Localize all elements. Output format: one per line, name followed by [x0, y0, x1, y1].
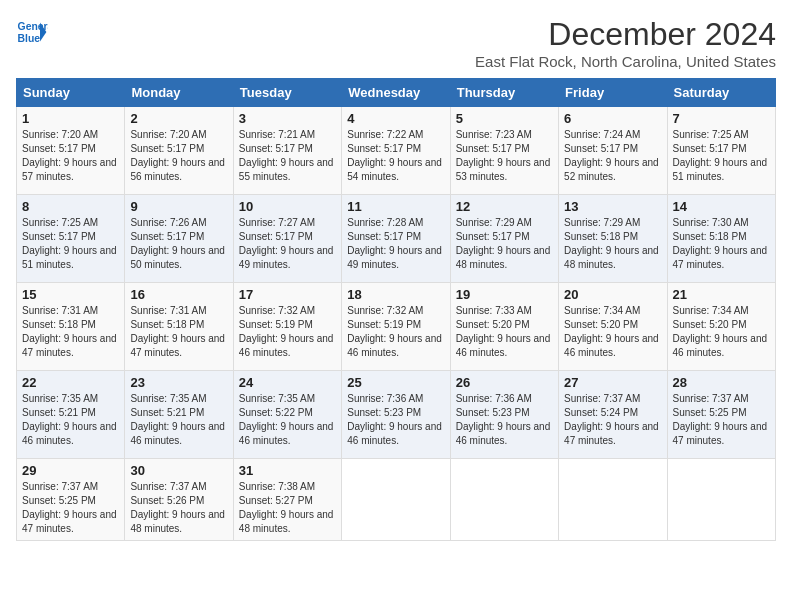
calendar-cell: 6Sunrise: 7:24 AMSunset: 5:17 PMDaylight… [559, 107, 667, 195]
day-number: 7 [673, 111, 770, 126]
day-info: Sunrise: 7:27 AMSunset: 5:17 PMDaylight:… [239, 216, 336, 272]
calendar-cell: 25Sunrise: 7:36 AMSunset: 5:23 PMDayligh… [342, 371, 450, 459]
day-info: Sunrise: 7:31 AMSunset: 5:18 PMDaylight:… [130, 304, 227, 360]
day-number: 22 [22, 375, 119, 390]
day-number: 10 [239, 199, 336, 214]
day-info: Sunrise: 7:37 AMSunset: 5:24 PMDaylight:… [564, 392, 661, 448]
calendar-cell: 14Sunrise: 7:30 AMSunset: 5:18 PMDayligh… [667, 195, 775, 283]
day-number: 29 [22, 463, 119, 478]
week-row: 1Sunrise: 7:20 AMSunset: 5:17 PMDaylight… [17, 107, 776, 195]
calendar-cell: 7Sunrise: 7:25 AMSunset: 5:17 PMDaylight… [667, 107, 775, 195]
day-number: 3 [239, 111, 336, 126]
calendar-cell: 23Sunrise: 7:35 AMSunset: 5:21 PMDayligh… [125, 371, 233, 459]
day-info: Sunrise: 7:24 AMSunset: 5:17 PMDaylight:… [564, 128, 661, 184]
day-number: 26 [456, 375, 553, 390]
header: General Blue December 2024 East Flat Roc… [16, 16, 776, 70]
calendar-cell: 22Sunrise: 7:35 AMSunset: 5:21 PMDayligh… [17, 371, 125, 459]
day-number: 25 [347, 375, 444, 390]
day-info: Sunrise: 7:32 AMSunset: 5:19 PMDaylight:… [347, 304, 444, 360]
day-info: Sunrise: 7:23 AMSunset: 5:17 PMDaylight:… [456, 128, 553, 184]
column-header-sunday: Sunday [17, 79, 125, 107]
day-info: Sunrise: 7:20 AMSunset: 5:17 PMDaylight:… [130, 128, 227, 184]
day-number: 15 [22, 287, 119, 302]
calendar-cell [667, 459, 775, 541]
calendar-cell: 29Sunrise: 7:37 AMSunset: 5:25 PMDayligh… [17, 459, 125, 541]
calendar-cell: 17Sunrise: 7:32 AMSunset: 5:19 PMDayligh… [233, 283, 341, 371]
day-info: Sunrise: 7:36 AMSunset: 5:23 PMDaylight:… [347, 392, 444, 448]
calendar-cell: 19Sunrise: 7:33 AMSunset: 5:20 PMDayligh… [450, 283, 558, 371]
calendar-cell: 21Sunrise: 7:34 AMSunset: 5:20 PMDayligh… [667, 283, 775, 371]
week-row: 15Sunrise: 7:31 AMSunset: 5:18 PMDayligh… [17, 283, 776, 371]
calendar-cell: 18Sunrise: 7:32 AMSunset: 5:19 PMDayligh… [342, 283, 450, 371]
calendar-cell: 2Sunrise: 7:20 AMSunset: 5:17 PMDaylight… [125, 107, 233, 195]
week-row: 8Sunrise: 7:25 AMSunset: 5:17 PMDaylight… [17, 195, 776, 283]
day-info: Sunrise: 7:33 AMSunset: 5:20 PMDaylight:… [456, 304, 553, 360]
calendar-cell [450, 459, 558, 541]
day-number: 2 [130, 111, 227, 126]
calendar-cell: 13Sunrise: 7:29 AMSunset: 5:18 PMDayligh… [559, 195, 667, 283]
day-number: 11 [347, 199, 444, 214]
calendar-table: SundayMondayTuesdayWednesdayThursdayFrid… [16, 78, 776, 541]
calendar-cell: 5Sunrise: 7:23 AMSunset: 5:17 PMDaylight… [450, 107, 558, 195]
day-number: 31 [239, 463, 336, 478]
day-number: 13 [564, 199, 661, 214]
column-header-wednesday: Wednesday [342, 79, 450, 107]
calendar-cell [559, 459, 667, 541]
calendar-cell: 12Sunrise: 7:29 AMSunset: 5:17 PMDayligh… [450, 195, 558, 283]
column-header-saturday: Saturday [667, 79, 775, 107]
calendar-cell: 9Sunrise: 7:26 AMSunset: 5:17 PMDaylight… [125, 195, 233, 283]
day-number: 8 [22, 199, 119, 214]
calendar-cell: 4Sunrise: 7:22 AMSunset: 5:17 PMDaylight… [342, 107, 450, 195]
day-info: Sunrise: 7:29 AMSunset: 5:17 PMDaylight:… [456, 216, 553, 272]
column-header-monday: Monday [125, 79, 233, 107]
day-info: Sunrise: 7:32 AMSunset: 5:19 PMDaylight:… [239, 304, 336, 360]
logo: General Blue [16, 16, 48, 48]
calendar-cell: 24Sunrise: 7:35 AMSunset: 5:22 PMDayligh… [233, 371, 341, 459]
day-number: 16 [130, 287, 227, 302]
day-number: 18 [347, 287, 444, 302]
day-number: 12 [456, 199, 553, 214]
day-number: 20 [564, 287, 661, 302]
logo-icon: General Blue [16, 16, 48, 48]
month-title: December 2024 [475, 16, 776, 53]
calendar-cell: 27Sunrise: 7:37 AMSunset: 5:24 PMDayligh… [559, 371, 667, 459]
day-info: Sunrise: 7:28 AMSunset: 5:17 PMDaylight:… [347, 216, 444, 272]
calendar-cell: 3Sunrise: 7:21 AMSunset: 5:17 PMDaylight… [233, 107, 341, 195]
calendar-cell: 15Sunrise: 7:31 AMSunset: 5:18 PMDayligh… [17, 283, 125, 371]
calendar-cell: 30Sunrise: 7:37 AMSunset: 5:26 PMDayligh… [125, 459, 233, 541]
day-number: 17 [239, 287, 336, 302]
day-number: 4 [347, 111, 444, 126]
day-number: 24 [239, 375, 336, 390]
day-number: 14 [673, 199, 770, 214]
calendar-cell: 26Sunrise: 7:36 AMSunset: 5:23 PMDayligh… [450, 371, 558, 459]
day-info: Sunrise: 7:37 AMSunset: 5:25 PMDaylight:… [22, 480, 119, 536]
day-info: Sunrise: 7:35 AMSunset: 5:21 PMDaylight:… [130, 392, 227, 448]
day-number: 9 [130, 199, 227, 214]
day-number: 28 [673, 375, 770, 390]
column-header-tuesday: Tuesday [233, 79, 341, 107]
week-row: 29Sunrise: 7:37 AMSunset: 5:25 PMDayligh… [17, 459, 776, 541]
day-number: 1 [22, 111, 119, 126]
day-info: Sunrise: 7:34 AMSunset: 5:20 PMDaylight:… [564, 304, 661, 360]
day-info: Sunrise: 7:26 AMSunset: 5:17 PMDaylight:… [130, 216, 227, 272]
column-header-thursday: Thursday [450, 79, 558, 107]
day-number: 27 [564, 375, 661, 390]
calendar-cell: 20Sunrise: 7:34 AMSunset: 5:20 PMDayligh… [559, 283, 667, 371]
day-info: Sunrise: 7:36 AMSunset: 5:23 PMDaylight:… [456, 392, 553, 448]
day-info: Sunrise: 7:37 AMSunset: 5:26 PMDaylight:… [130, 480, 227, 536]
title-area: December 2024 East Flat Rock, North Caro… [475, 16, 776, 70]
day-number: 5 [456, 111, 553, 126]
svg-text:Blue: Blue [18, 33, 41, 44]
day-info: Sunrise: 7:29 AMSunset: 5:18 PMDaylight:… [564, 216, 661, 272]
day-info: Sunrise: 7:30 AMSunset: 5:18 PMDaylight:… [673, 216, 770, 272]
header-row: SundayMondayTuesdayWednesdayThursdayFrid… [17, 79, 776, 107]
day-info: Sunrise: 7:34 AMSunset: 5:20 PMDaylight:… [673, 304, 770, 360]
day-info: Sunrise: 7:37 AMSunset: 5:25 PMDaylight:… [673, 392, 770, 448]
calendar-cell: 1Sunrise: 7:20 AMSunset: 5:17 PMDaylight… [17, 107, 125, 195]
day-info: Sunrise: 7:22 AMSunset: 5:17 PMDaylight:… [347, 128, 444, 184]
day-info: Sunrise: 7:38 AMSunset: 5:27 PMDaylight:… [239, 480, 336, 536]
calendar-cell: 31Sunrise: 7:38 AMSunset: 5:27 PMDayligh… [233, 459, 341, 541]
day-number: 30 [130, 463, 227, 478]
day-number: 19 [456, 287, 553, 302]
calendar-cell: 16Sunrise: 7:31 AMSunset: 5:18 PMDayligh… [125, 283, 233, 371]
